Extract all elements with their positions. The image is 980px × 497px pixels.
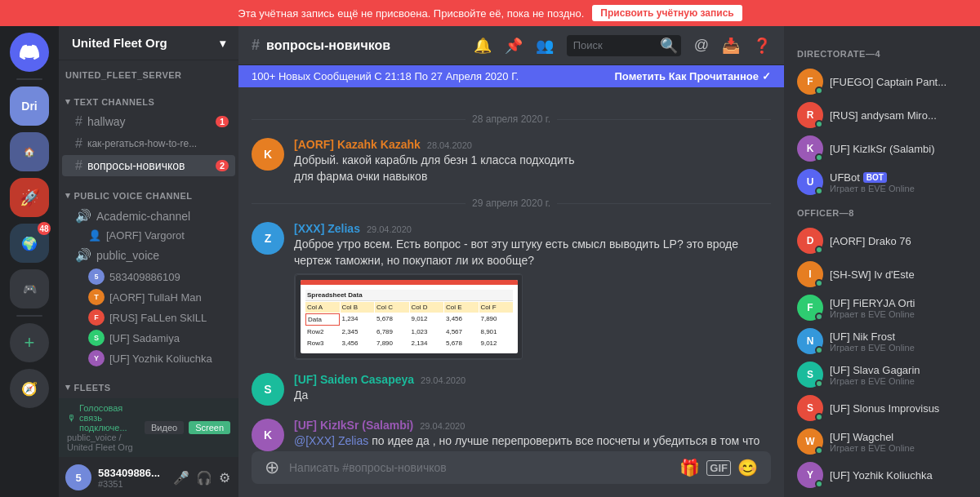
member-info: [UF] Nik Frost Играет в EVE Online [830,331,967,353]
server-icon-dri[interactable]: Dri [10,87,49,126]
search-box[interactable]: 🔍 [567,35,681,56]
status-indicator [815,153,823,162]
message-header: [UF] KizIkSr (Salambi) 29.04.2020 [294,419,771,432]
member-info: [SH-SW] Iv d'Este [830,268,967,281]
member-avatar: F [797,69,823,95]
message-input[interactable] [289,451,673,484]
gif-button[interactable]: GIF [706,460,731,476]
member-avatar: D [797,228,823,254]
member-info: [FUEGO] Captain Pant... [830,76,967,88]
screen-button[interactable]: Screen [189,421,230,434]
mark-read-button[interactable]: Пометить Как Прочитанное ✓ [615,70,771,82]
status-indicator [815,87,823,95]
member-item[interactable]: D [AORF] Drako 76 [791,224,973,257]
bell-icon[interactable]: 🔔 [474,37,492,55]
message-text: @[XXX] Zelias по идее да , но лучше пере… [294,433,771,451]
voice-bar-actions: Видео Screen [145,421,230,434]
mute-button[interactable]: 🎤 [172,468,191,487]
user-actions: 🎤 🎧 ⚙ [172,468,232,487]
member-avatar: Y [88,350,105,366]
member-info: [UF] Slava Gagarin Играет в EVE Online [830,364,967,386]
discord-home-icon[interactable] [10,33,49,72]
message-text: Добрый. какой карабль для безн 1 класса … [294,153,771,184]
message-group: K [UF] KizIkSr (Salambi) 29.04.2020 @[XX… [252,419,771,451]
voice-academic[interactable]: 🔊 Academic-channel [62,205,235,227]
search-input[interactable] [573,39,655,51]
member-info: [UF] Yozhik Koliuchka [830,469,967,481]
status-indicator [815,120,823,128]
message-author[interactable]: [AORF] Kazahk Kazahk [294,138,421,151]
message-text: Доброе утро всем. Есть вопрос - вот эту … [294,237,771,268]
user-bar: 5 583409886... #3351 🎤 🎧 ⚙ [59,458,238,497]
add-attachment-button[interactable]: ⊕ [265,457,279,478]
member-item[interactable]: U UFBot BOT Играет в EVE Online [791,166,973,198]
server-icon-2[interactable]: 🚀 [10,178,49,217]
message-avatar: K [252,138,284,171]
channel-voprosy[interactable]: # вопросы-новичков 2 [62,155,235,176]
server-header[interactable]: United Fleet Org ▾ [59,26,238,60]
member-item[interactable]: K [UF] KizIkSr (Salambi) [791,132,973,165]
message-input-box: ⊕ 🎁 GIF 😊 [252,451,771,484]
new-messages-text: 100+ Новых Сообщений С 21:18 По 27 Апрел… [252,70,519,82]
channel-hallway[interactable]: # hallway 1 [62,111,235,132]
settings-button[interactable]: ⚙ [217,468,232,487]
member-item[interactable]: F [UF] FiERYJA Orti Играет в EVE Online [791,291,973,324]
emoji-button[interactable]: 😊 [737,458,758,477]
member-avatar: T [88,289,105,305]
member-item[interactable]: Y [UF] Yozhik Koliuchka [791,459,973,491]
message-header: [XXX] Zelias 29.04.2020 [294,222,771,235]
speaker-icon: 🔊 [75,247,91,263]
voice-public[interactable]: 🔊 public_voice [62,244,235,266]
date-divider-1: 28 апреля 2020 г. [252,113,771,125]
message-image-attachment: Spreadsheet Data Col A Col B Col C Col D… [294,273,523,360]
member-item[interactable]: S [UF] Slonus Improvisus [791,392,973,424]
officer-category: OFFICER—8 [791,205,973,221]
at-icon[interactable]: @ [694,37,709,54]
collapse-icon: ▾ [65,96,71,107]
message-content: [AORF] Kazahk Kazahk 28.04.2020 Добрый. … [294,138,771,184]
message-time: 29.04.2020 [420,421,465,431]
explore-button[interactable]: 🧭 [10,369,49,408]
member-item[interactable]: F [FUEGO] Captain Pant... [791,65,973,98]
message-author[interactable]: [UF] Saiden Casapeya [294,373,414,386]
status-indicator [815,346,823,354]
voice-member-tullah: T [AORF] TullаН Man [62,287,235,307]
voice-member-fallen: F [RUS] FaLLen SkILL [62,308,235,327]
message-group: K [AORF] Kazahk Kazahk 28.04.2020 Добрый… [252,138,771,184]
member-item[interactable]: R [RUS] andysam Miro... [791,99,973,131]
add-server-button[interactable]: + [10,323,49,362]
voice-faction-wars[interactable]: 🔊 Faction-Wars [62,397,235,398]
members-icon[interactable]: 👥 [536,37,554,55]
user-info: 583409886... #3351 [98,467,165,489]
member-info: [AORF] Drako 76 [830,235,967,247]
bot-badge: BOT [863,172,887,183]
member-item[interactable]: W [UF] Wagchel Играет в EVE Online [791,425,973,458]
server-label: UNITED_FLEET_SERVER [59,67,238,83]
message-avatar: Z [252,222,284,255]
gift-icon[interactable]: 🎁 [679,458,700,477]
message-group: Z [XXX] Zelias 29.04.2020 Доброе утро вс… [252,222,771,360]
deafen-button[interactable]: 🎧 [194,468,214,487]
banner-text: Эта учётная запись ещё не присвоена. При… [238,7,584,20]
server-icon-4[interactable]: 🎮 [10,269,49,308]
help-icon[interactable]: ❓ [753,37,771,55]
message-author[interactable]: [UF] KizIkSr (Salambi) [294,419,413,432]
member-item[interactable]: I [SH-SW] Iv d'Este [791,258,973,291]
server-icon-3[interactable]: 🌍 48 [10,224,49,263]
member-item[interactable]: N [UF] Nik Frost Играет в EVE Online [791,325,973,357]
directorate-category: DIRECTORATE—4 [791,46,973,62]
collapse-icon: ▾ [65,382,71,393]
message-author[interactable]: [XXX] Zelias [294,222,360,235]
server-name: United Fleet Org [72,36,167,50]
pin-icon[interactable]: 📌 [505,37,523,55]
channel-how-to-reg[interactable]: # как-регаться-how-to-re... [62,133,235,154]
member-item[interactable]: S [UF] Slava Gagarin Играет в EVE Online [791,358,973,391]
member-info: [UF] Wagchel Играет в EVE Online [830,431,967,453]
messages-area: 28 апреля 2020 г. K [AORF] Kazahk Kazahk… [238,87,784,451]
mention[interactable]: @[XXX] Zelias [294,434,368,447]
member-info: UFBot BOT Играет в EVE Online [830,171,967,193]
video-button[interactable]: Видео [145,421,184,434]
inbox-icon[interactable]: 📥 [722,37,740,55]
claim-button[interactable]: Присвоить учётную запись [592,5,742,21]
server-icon-1[interactable]: 🏠 [10,132,49,171]
